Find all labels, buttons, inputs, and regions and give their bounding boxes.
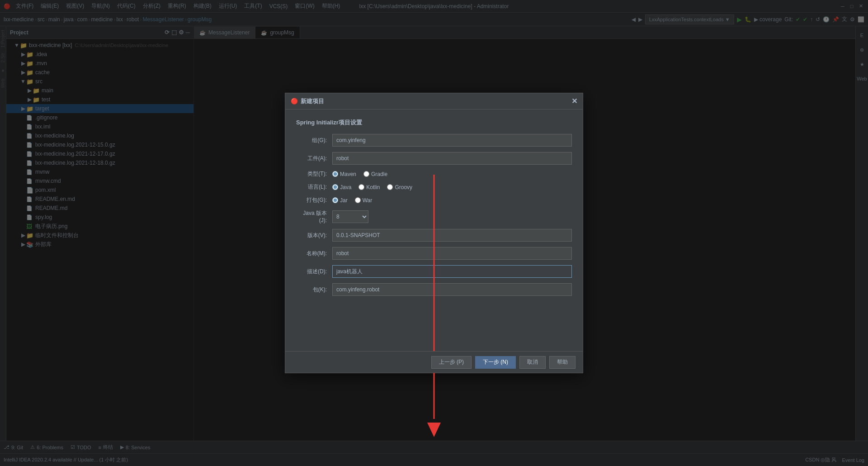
form-row-name: 名称(M): (296, 247, 572, 260)
next-button[interactable]: 下一步 (N) (475, 356, 516, 369)
lang-java-radio[interactable] (332, 184, 338, 190)
modal-section-title: Spring Initializr项目设置 (296, 119, 572, 127)
pack-jar-radio[interactable] (332, 197, 338, 203)
type-gradle-radio[interactable] (363, 171, 369, 177)
svg-marker-1 (427, 423, 441, 437)
modal-icon: 🔴 (291, 98, 298, 105)
modal-overlay: 🔴 新建项目 ✕ Spring Initializr项目设置 组(G): 工件(… (0, 0, 868, 466)
pack-war-label: War (363, 197, 373, 204)
form-row-package: 包(K): (296, 283, 572, 296)
lang-groovy-label: Groovy (395, 184, 412, 190)
packaging-label: 打包(G): (296, 196, 332, 204)
form-row-group: 组(G): (296, 134, 572, 147)
form-row-version: 版本(V): (296, 229, 572, 242)
type-gradle-label: Gradle (371, 171, 387, 177)
desc-input[interactable] (332, 265, 572, 278)
version-input[interactable] (332, 229, 572, 242)
artifact-input[interactable] (332, 152, 572, 165)
form-row-language: 语言(L): Java Kotlin Groovy (296, 183, 572, 191)
pack-war-radio[interactable] (355, 197, 361, 203)
pack-jar-label: Jar (340, 197, 348, 204)
version-label: 版本(V): (296, 232, 332, 239)
type-radio-group: Maven Gradle (332, 171, 572, 177)
modal-body: Spring Initializr项目设置 组(G): 工件(A): 类型(T)… (285, 109, 583, 310)
lang-kotlin-label: Kotlin (366, 184, 380, 190)
type-gradle[interactable]: Gradle (363, 171, 387, 177)
form-row-packaging: 打包(G): Jar War (296, 196, 572, 204)
type-maven[interactable]: Maven (332, 171, 356, 177)
modal-footer: 上一步 (P) 下一步 (N) 取消 帮助 (285, 351, 583, 373)
help-button[interactable]: 帮助 (549, 356, 576, 369)
lang-groovy[interactable]: Groovy (387, 184, 412, 190)
cancel-button[interactable]: 取消 (519, 356, 546, 369)
type-maven-label: Maven (340, 171, 356, 177)
group-label: 组(G): (296, 137, 332, 144)
new-project-modal: 🔴 新建项目 ✕ Spring Initializr项目设置 组(G): 工件(… (285, 93, 583, 373)
desc-label: 描述(D): (296, 268, 332, 276)
pack-jar[interactable]: Jar (332, 197, 348, 204)
modal-header: 🔴 新建项目 ✕ (285, 93, 583, 109)
language-radio-group: Java Kotlin Groovy (332, 184, 572, 190)
java-version-select[interactable]: 8 11 17 (332, 210, 368, 223)
package-input[interactable] (332, 283, 572, 296)
packaging-radio-group: Jar War (332, 197, 572, 204)
lang-kotlin[interactable]: Kotlin (359, 184, 380, 190)
group-input[interactable] (332, 134, 572, 147)
lang-groovy-radio[interactable] (387, 184, 393, 190)
form-row-java-version: Java 版本(J): 8 11 17 (296, 209, 572, 223)
name-input[interactable] (332, 247, 572, 260)
language-label: 语言(L): (296, 183, 332, 191)
modal-close-button[interactable]: ✕ (571, 97, 577, 105)
form-row-desc: 描述(D): (296, 265, 572, 278)
artifact-label: 工件(A): (296, 155, 332, 162)
lang-java[interactable]: Java (332, 184, 351, 190)
type-maven-radio[interactable] (332, 171, 338, 177)
type-label: 类型(T): (296, 170, 332, 178)
lang-kotlin-radio[interactable] (359, 184, 364, 190)
form-row-type: 类型(T): Maven Gradle (296, 170, 572, 178)
form-row-artifact: 工件(A): (296, 152, 572, 165)
pack-war[interactable]: War (355, 197, 373, 204)
prev-button[interactable]: 上一步 (P) (431, 356, 472, 369)
modal-title: 新建项目 (301, 97, 324, 105)
name-label: 名称(M): (296, 250, 332, 257)
lang-java-label: Java (340, 184, 351, 190)
java-version-label: Java 版本(J): (296, 209, 332, 223)
package-label: 包(K): (296, 286, 332, 294)
